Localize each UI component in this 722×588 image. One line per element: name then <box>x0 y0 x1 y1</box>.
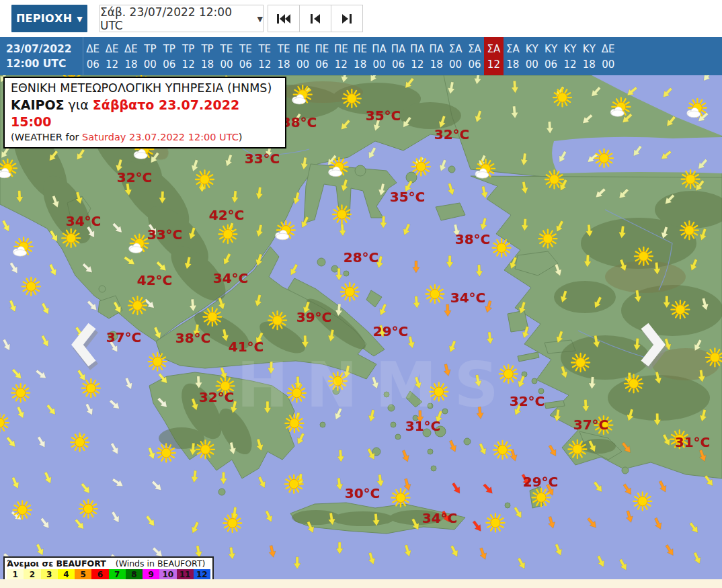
previous-step-button[interactable] <box>299 5 331 32</box>
timeline-steps: ΔΕ06ΔΕ12ΔΕ18ΤΡ00ΤΡ06ΤΡ12ΤΡ18ΤΕ00ΤΕ06ΤΕ12… <box>83 37 618 75</box>
beaufort-cell-3: 3 <box>41 569 58 579</box>
datetime-dropdown-value: Σάβ. 23/07/2022 12:00 UTC <box>100 5 251 32</box>
beaufort-cell-6: 6 <box>91 569 108 579</box>
forecast-info-box: ΕΘΝΙΚΗ ΜΕΤΕΩΡΟΛΟΓΙΚΗ ΥΠΗΡΕΣΙΑ (HNMS) ΚΑΙ… <box>3 77 286 149</box>
beaufort-cell-11: 11 <box>177 569 194 579</box>
chevron-right-icon <box>636 319 671 371</box>
timeline-step-ΔΕ-00[interactable]: ΔΕ00 <box>599 37 618 75</box>
chevron-left-icon <box>66 319 101 371</box>
timeline-step-ΤΡ-06[interactable]: ΤΡ06 <box>160 37 179 75</box>
beaufort-cell-2: 2 <box>24 569 40 579</box>
top-toolbar: ΠΕΡΙΟΧΗ ▼ Σάβ. 23/07/2022 12:00 UTC ▼ <box>0 0 722 37</box>
forecast-title-gr: ΚΑΙΡΟΣ για Σάββατο 23.07.2022 15:00 <box>11 97 279 131</box>
agency-title: ΕΘΝΙΚΗ ΜΕΤΕΩΡΟΛΟΓΙΚΗ ΥΠΗΡΕΣΙΑ (HNMS) <box>11 81 279 97</box>
timeline-step-ΤΡ-12[interactable]: ΤΡ12 <box>179 37 198 75</box>
time-nav-group <box>268 5 363 32</box>
timeline-current-datetime: 23/07/2022 12:00 UTC <box>0 37 83 75</box>
chevron-down-icon: ▼ <box>257 15 263 24</box>
timeline-step-ΠΑ-00[interactable]: ΠΑ00 <box>370 37 389 75</box>
timeline-step-ΣΑ-12[interactable]: ΣΑ12 <box>484 37 503 75</box>
region-label: ΠΕΡΙΟΧΗ <box>16 12 72 25</box>
weather-map: HNMS 38°C35°C32°C37°C33°C32°C35°C34°C42°… <box>0 75 722 579</box>
skip-to-first-icon <box>276 13 292 25</box>
beaufort-cell-12: 12 <box>194 569 210 579</box>
timeline-step-ΚΥ-06[interactable]: ΚΥ06 <box>541 37 560 75</box>
previous-step-icon <box>308 13 323 25</box>
pan-left-button[interactable] <box>66 319 101 371</box>
timeline-step-ΤΕ-12[interactable]: ΤΕ12 <box>255 37 274 75</box>
beaufort-cell-4: 4 <box>58 569 75 579</box>
timeline-step-ΚΥ-12[interactable]: ΚΥ12 <box>561 37 579 75</box>
timeline-step-ΤΕ-00[interactable]: ΤΕ00 <box>217 37 236 75</box>
timeline-step-ΤΕ-18[interactable]: ΤΕ18 <box>274 37 293 75</box>
timeline-step-ΠΕ-06[interactable]: ΠΕ06 <box>313 37 331 75</box>
forecast-title-en: (WEATHER for Saturday 23.07.2022 12:00 U… <box>11 131 279 144</box>
datetime-dropdown[interactable]: Σάβ. 23/07/2022 12:00 UTC ▼ <box>99 5 264 32</box>
beaufort-cell-5: 5 <box>75 569 91 579</box>
beaufort-cell-9: 9 <box>143 569 159 579</box>
pan-right-button[interactable] <box>636 319 671 371</box>
timeline-bar: 23/07/2022 12:00 UTC ΔΕ06ΔΕ12ΔΕ18ΤΡ00ΤΡ0… <box>0 37 722 75</box>
beaufort-scale: 123456789101112 <box>7 569 210 579</box>
timeline-step-ΣΑ-18[interactable]: ΣΑ18 <box>504 37 522 75</box>
timeline-step-ΤΡ-18[interactable]: ΤΡ18 <box>198 37 216 75</box>
timeline-step-ΠΕ-12[interactable]: ΠΕ12 <box>331 37 350 75</box>
timeline-step-ΠΑ-12[interactable]: ΠΑ12 <box>408 37 427 75</box>
timeline-step-ΤΡ-00[interactable]: ΤΡ00 <box>141 37 159 75</box>
beaufort-legend: Άνεμοι σε BEAUFORT(Winds in BEAUFORT) 12… <box>3 556 214 579</box>
chevron-down-icon: ▼ <box>77 15 83 24</box>
timeline-step-ΠΑ-06[interactable]: ΠΑ06 <box>389 37 407 75</box>
timeline-step-ΠΕ-00[interactable]: ΠΕ00 <box>293 37 312 75</box>
next-step-icon <box>339 13 354 25</box>
weather-app: ΠΕΡΙΟΧΗ ▼ Σάβ. 23/07/2022 12:00 UTC ▼ <box>0 0 722 588</box>
timeline-step-ΣΑ-00[interactable]: ΣΑ00 <box>446 37 465 75</box>
next-step-button[interactable] <box>331 5 363 32</box>
timeline-step-ΠΑ-18[interactable]: ΠΑ18 <box>427 37 446 75</box>
timeline-date: 23/07/2022 <box>6 42 83 56</box>
timeline-step-ΔΕ-12[interactable]: ΔΕ12 <box>102 37 121 75</box>
map-graphic <box>0 75 722 579</box>
timeline-step-ΤΕ-06[interactable]: ΤΕ06 <box>236 37 255 75</box>
beaufort-cell-10: 10 <box>159 569 176 579</box>
timeline-step-ΚΥ-18[interactable]: ΚΥ18 <box>579 37 598 75</box>
beaufort-cell-7: 7 <box>109 569 126 579</box>
skip-to-first-button[interactable] <box>268 5 300 32</box>
timeline-step-ΔΕ-18[interactable]: ΔΕ18 <box>122 37 141 75</box>
region-dropdown-button[interactable]: ΠΕΡΙΟΧΗ ▼ <box>11 5 87 32</box>
timeline-step-ΣΑ-06[interactable]: ΣΑ06 <box>465 37 484 75</box>
timeline-step-ΠΕ-18[interactable]: ΠΕ18 <box>350 37 369 75</box>
timeline-time: 12:00 UTC <box>6 56 83 71</box>
legend-title: Άνεμοι σε BEAUFORT(Winds in BEAUFORT) <box>7 558 210 569</box>
beaufort-cell-1: 1 <box>7 569 24 579</box>
beaufort-cell-8: 8 <box>126 569 143 579</box>
page-bottom-strip <box>0 579 722 588</box>
timeline-step-ΔΕ-06[interactable]: ΔΕ06 <box>83 37 102 75</box>
timeline-step-ΚΥ-00[interactable]: ΚΥ00 <box>522 37 541 75</box>
